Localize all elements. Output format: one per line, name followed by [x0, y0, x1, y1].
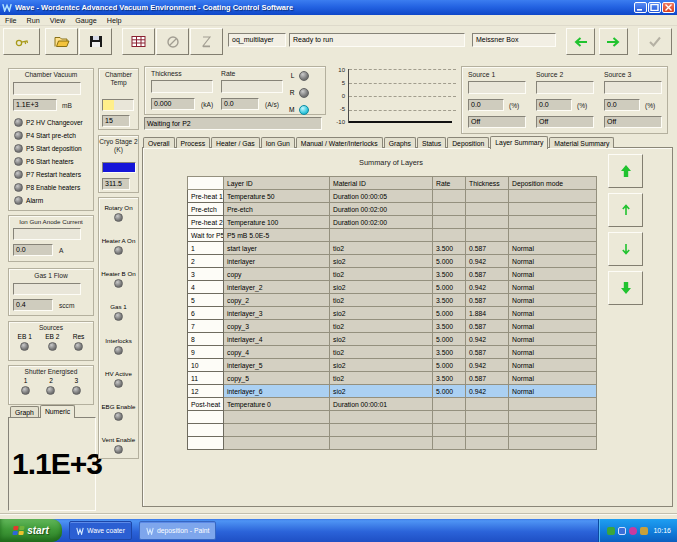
- layer-id-cell[interactable]: interlayer_5: [224, 359, 330, 372]
- material-id-cell[interactable]: sio2: [330, 255, 433, 268]
- table-row[interactable]: 8 interlayer_4 sio2 5.000 0.942 Normal: [188, 333, 597, 346]
- thickness-cell[interactable]: [466, 216, 509, 229]
- move-down-button[interactable]: [608, 232, 643, 266]
- table-row[interactable]: 6 interlayer_3 sio2 5.000 1.884 Normal: [188, 307, 597, 320]
- material-id-cell[interactable]: tio2: [330, 268, 433, 281]
- material-id-cell[interactable]: Duration 00:00:01: [330, 398, 433, 411]
- thickness-cell[interactable]: 0.942: [466, 333, 509, 346]
- row-header-cell[interactable]: Pre-heat 1: [188, 190, 224, 203]
- row-header-cell[interactable]: 7: [188, 320, 224, 333]
- rate-cell[interactable]: 5.000: [433, 333, 466, 346]
- main-tab[interactable]: Overall: [143, 137, 175, 148]
- menu-item[interactable]: Run: [22, 16, 45, 25]
- material-id-cell[interactable]: sio2: [330, 359, 433, 372]
- table-row[interactable]: 12 interlayer_6 sio2 5.000 0.942 Normal: [188, 385, 597, 398]
- recipe-name-field[interactable]: oq_multilayer: [228, 33, 286, 47]
- thickness-cell[interactable]: 0.587: [466, 320, 509, 333]
- rate-cell[interactable]: [433, 398, 466, 411]
- save-recipe-button[interactable]: [79, 28, 112, 55]
- rate-cell[interactable]: [433, 216, 466, 229]
- table-row[interactable]: 7 copy_3 tio2 3.500 0.587 Normal: [188, 320, 597, 333]
- table-row[interactable]: 2 interlayer sio2 5.000 0.942 Normal: [188, 255, 597, 268]
- material-id-cell[interactable]: Duration 00:02:00: [330, 216, 433, 229]
- layer-id-cell[interactable]: interlayer_2: [224, 281, 330, 294]
- table-row[interactable]: Wait for P5 P5 mB 5.0E-5: [188, 229, 597, 242]
- thickness-cell[interactable]: 0.587: [466, 346, 509, 359]
- table-row[interactable]: 10 interlayer_5 sio2 5.000 0.942 Normal: [188, 359, 597, 372]
- table-row[interactable]: [188, 424, 597, 437]
- thickness-cell[interactable]: [466, 398, 509, 411]
- row-header-cell[interactable]: 9: [188, 346, 224, 359]
- layer-id-cell[interactable]: start layer: [224, 242, 330, 255]
- thickness-cell[interactable]: 0.587: [466, 372, 509, 385]
- close-button[interactable]: [662, 2, 675, 13]
- deposition-mode-cell[interactable]: Normal: [509, 294, 597, 307]
- view-tab[interactable]: Numeric: [40, 405, 75, 418]
- thickness-cell[interactable]: 0.587: [466, 268, 509, 281]
- thickness-cell[interactable]: 0.942: [466, 281, 509, 294]
- row-header-cell[interactable]: 5: [188, 294, 224, 307]
- row-header-cell[interactable]: [188, 411, 224, 424]
- main-tab[interactable]: Ion Gun: [261, 137, 295, 148]
- row-header-cell[interactable]: 3: [188, 268, 224, 281]
- rate-cell[interactable]: 5.000: [433, 307, 466, 320]
- row-header-cell[interactable]: 10: [188, 359, 224, 372]
- rate-cell[interactable]: 3.500: [433, 320, 466, 333]
- deposition-mode-cell[interactable]: [509, 437, 597, 450]
- rate-cell[interactable]: 5.000: [433, 281, 466, 294]
- tray-icon-blue[interactable]: [618, 527, 626, 535]
- start-button[interactable]: start: [0, 519, 62, 542]
- table-row[interactable]: 1 start layer tio2 3.500 0.587 Normal: [188, 242, 597, 255]
- deposition-mode-cell[interactable]: Normal: [509, 385, 597, 398]
- rate-cell[interactable]: [433, 437, 466, 450]
- table-row[interactable]: 5 copy_2 tio2 3.500 0.587 Normal: [188, 294, 597, 307]
- rate-cell[interactable]: [433, 424, 466, 437]
- material-id-cell[interactable]: sio2: [330, 385, 433, 398]
- deposition-mode-cell[interactable]: Normal: [509, 372, 597, 385]
- layer-id-cell[interactable]: copy_3: [224, 320, 330, 333]
- menu-item[interactable]: View: [45, 16, 70, 25]
- main-tab[interactable]: Material Summary: [549, 137, 614, 148]
- rate-cell[interactable]: [433, 411, 466, 424]
- maximize-button[interactable]: [648, 2, 661, 13]
- abort-button[interactable]: [190, 28, 223, 55]
- material-id-cell[interactable]: [330, 229, 433, 242]
- table-row[interactable]: [188, 411, 597, 424]
- thickness-cell[interactable]: [466, 411, 509, 424]
- thickness-cell[interactable]: [466, 424, 509, 437]
- taskbar-clock[interactable]: 10:16: [653, 527, 671, 534]
- thickness-cell[interactable]: 0.942: [466, 385, 509, 398]
- thickness-cell[interactable]: [466, 190, 509, 203]
- connect-button[interactable]: [3, 28, 40, 55]
- rate-cell[interactable]: 5.000: [433, 385, 466, 398]
- layer-id-cell[interactable]: Temperature 100: [224, 216, 330, 229]
- deposition-mode-cell[interactable]: Normal: [509, 333, 597, 346]
- menu-item[interactable]: File: [0, 16, 22, 25]
- minimize-button[interactable]: [634, 2, 647, 13]
- rate-cell[interactable]: 3.500: [433, 294, 466, 307]
- table-row[interactable]: Pre-heat 2 Temperature 100 Duration 00:0…: [188, 216, 597, 229]
- layer-id-cell[interactable]: [224, 424, 330, 437]
- taskbar-task[interactable]: Wave coater: [69, 521, 132, 540]
- table-row[interactable]: Pre-etch Pre-etch Duration 00:02:00: [188, 203, 597, 216]
- main-tab[interactable]: Manual / Water/Interlocks: [296, 137, 383, 148]
- chamber-name-field[interactable]: Meissner Box: [472, 33, 556, 47]
- rate-cell[interactable]: [433, 190, 466, 203]
- tray-icon-green[interactable]: [607, 527, 615, 535]
- deposition-mode-cell[interactable]: [509, 190, 597, 203]
- layer-id-cell[interactable]: P5 mB 5.0E-5: [224, 229, 330, 242]
- deposition-mode-cell[interactable]: Normal: [509, 255, 597, 268]
- table-row[interactable]: [188, 437, 597, 450]
- table-row[interactable]: Post-heat Temperature 0 Duration 00:00:0…: [188, 398, 597, 411]
- layer-id-cell[interactable]: [224, 411, 330, 424]
- deposition-mode-cell[interactable]: Normal: [509, 320, 597, 333]
- table-row[interactable]: 4 interlayer_2 sio2 5.000 0.942 Normal: [188, 281, 597, 294]
- menu-item[interactable]: Gauge: [70, 16, 102, 25]
- material-id-cell[interactable]: [330, 424, 433, 437]
- row-header-cell[interactable]: [188, 437, 224, 450]
- taskbar-task[interactable]: deposition - Paint: [139, 521, 217, 540]
- view-tab[interactable]: Graph: [10, 406, 39, 417]
- deposition-mode-cell[interactable]: Normal: [509, 359, 597, 372]
- layer-id-cell[interactable]: interlayer: [224, 255, 330, 268]
- rate-cell[interactable]: 3.500: [433, 242, 466, 255]
